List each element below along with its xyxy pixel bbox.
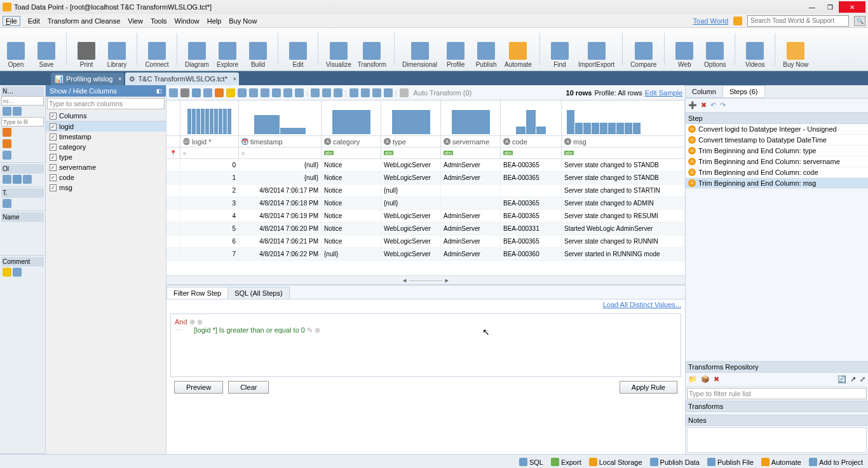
grid-icon[interactable] <box>3 199 11 208</box>
table-row[interactable]: 0{null}NoticeWebLogicServerAdminServerBE… <box>166 159 685 172</box>
ribbon-connect[interactable]: Connect <box>142 31 172 68</box>
col-item[interactable]: ✓servername <box>46 162 166 172</box>
filter-pin[interactable]: 📍 <box>166 148 180 158</box>
object-header[interactable]: Ol <box>1 164 44 174</box>
preview-button[interactable]: Preview <box>174 381 223 394</box>
db-selector[interactable] <box>1 96 44 106</box>
minimize-button[interactable]: — <box>803 1 821 13</box>
apply-rule-button[interactable]: Apply Rule <box>620 381 677 394</box>
table-row[interactable]: 24/8/2014 7:06:17 PMNotice{null}Server s… <box>166 184 685 197</box>
load-distinct-link[interactable]: Load All Distinct Values... <box>603 301 681 308</box>
bt-automate[interactable]: Automate <box>761 458 801 466</box>
tab-close-icon[interactable]: × <box>118 76 121 82</box>
col-item[interactable]: ✓category <box>46 142 166 152</box>
check-icon[interactable]: ✓ <box>50 134 57 141</box>
menu-transform[interactable]: Transform and Cleanse <box>48 17 121 25</box>
step-row[interactable]: ⊙Convert logid to Datatype Integer - Uns… <box>686 124 868 135</box>
undo-icon[interactable]: ↶ <box>710 101 716 109</box>
tab-sql[interactable]: SQL (All Steps) <box>227 287 289 299</box>
tool-icon[interactable] <box>203 88 212 97</box>
filter-cell[interactable]: abc <box>501 148 562 158</box>
repo-icon[interactable]: 📦 <box>701 375 710 383</box>
table-row[interactable]: 74/8/2014 7:06:22 PM{null}WebLogicServer… <box>166 248 685 261</box>
tree-icon[interactable] <box>3 128 11 137</box>
ribbon-profile[interactable]: Profile <box>441 31 470 68</box>
tree-icon[interactable] <box>3 139 11 148</box>
check-icon[interactable]: ✓ <box>50 144 57 151</box>
table-row[interactable]: 44/8/2014 7:06:19 PMNoticeWebLogicServer… <box>166 210 685 223</box>
export-icon[interactable]: ↗ <box>850 375 856 383</box>
filter-cell[interactable]: abc <box>381 148 441 158</box>
obj-icon[interactable] <box>3 175 11 184</box>
bt-sql[interactable]: SQL <box>519 458 543 466</box>
columns-header-row[interactable]: ✓Columns <box>46 111 166 121</box>
ribbon-library[interactable]: Library <box>102 31 132 68</box>
rule-filter-input[interactable]: Type to filter rule list <box>687 388 867 399</box>
check-icon[interactable]: ✓ <box>50 174 57 181</box>
ribbon-dimensional[interactable]: Dimensional <box>400 31 440 68</box>
ribbon-web[interactable]: Web <box>670 31 699 68</box>
check-icon[interactable]: ✓ <box>50 123 57 130</box>
close-button[interactable]: ✕ <box>839 1 865 13</box>
tab-column[interactable]: Column <box>685 85 723 98</box>
obj-icon[interactable] <box>23 175 32 184</box>
tool-icon[interactable] <box>334 88 342 97</box>
edit-icon[interactable]: ✎ <box>307 326 313 334</box>
redo-icon[interactable]: ↷ <box>720 101 726 109</box>
ribbon-explore[interactable]: Explore <box>213 31 242 68</box>
nav-icon[interactable] <box>3 107 11 116</box>
tool-icon[interactable] <box>322 88 331 97</box>
tool-icon[interactable] <box>238 88 247 97</box>
delete-icon[interactable]: ⊗ <box>315 326 320 334</box>
tab-profiling[interactable]: 📊 Profiling wlslog × <box>51 72 124 85</box>
comment-icon[interactable] <box>13 268 22 277</box>
ribbon-buynow2[interactable]: Buy Now <box>780 31 811 68</box>
columns-search[interactable]: Type to search columns <box>47 98 165 109</box>
tool-icon[interactable] <box>361 88 370 97</box>
col-item[interactable]: ✓type <box>46 152 166 162</box>
tool-icon[interactable] <box>349 88 358 97</box>
check-icon[interactable]: ✓ <box>50 164 57 171</box>
menu-edit[interactable]: Edit <box>28 17 40 25</box>
menu-window[interactable]: Window <box>175 17 200 25</box>
sigma-icon[interactable] <box>180 88 189 97</box>
bt-localstorage[interactable]: Local Storage <box>589 458 642 466</box>
ribbon-edit[interactable]: Edit <box>283 31 313 68</box>
ribbon-visualize[interactable]: Visualize <box>323 31 354 68</box>
bt-export[interactable]: Export <box>551 458 581 466</box>
menu-view[interactable]: View <box>128 17 143 25</box>
step-row[interactable]: ⊙Convert timestamp to Datatype DateTime <box>686 135 868 146</box>
search-input[interactable] <box>750 17 846 24</box>
tool-icon[interactable] <box>384 88 393 97</box>
col-item[interactable]: ✓msg <box>46 182 166 193</box>
tool-icon[interactable] <box>215 88 224 97</box>
tree-icon[interactable] <box>3 151 11 160</box>
tool-icon[interactable] <box>169 88 178 97</box>
edit-sample-link[interactable]: Edit Sample <box>645 89 682 97</box>
tab-close-icon[interactable]: × <box>233 76 236 82</box>
tool-icon[interactable] <box>372 88 381 97</box>
refresh-icon[interactable]: 🔄 <box>837 375 846 383</box>
ribbon-videos[interactable]: Videos <box>740 31 770 68</box>
filter-expression-box[interactable]: And ⊕ ⊕ ⋯ [logid *] Is greater than or e… <box>170 313 681 377</box>
ribbon-options[interactable]: Options <box>700 31 729 68</box>
tool-icon[interactable] <box>295 88 304 97</box>
bt-addproject[interactable]: Add to Project <box>809 458 863 466</box>
ribbon-build[interactable]: Build <box>243 31 273 68</box>
maximize-button[interactable]: ❐ <box>821 1 839 13</box>
step-row[interactable]: ⊙Trim Beginning and End Column: type <box>686 146 868 156</box>
step-row[interactable]: ⊙Trim Beginning and End Column: msg <box>686 178 868 189</box>
ribbon-print[interactable]: Print <box>72 31 101 68</box>
col-item[interactable]: ✓code <box>46 172 166 182</box>
filter-cell[interactable]: abc <box>441 148 501 158</box>
tab-steps[interactable]: Steps (6) <box>722 85 765 98</box>
and-operator[interactable]: And <box>175 318 187 326</box>
menu-help[interactable]: Help <box>207 17 222 25</box>
filter-cell[interactable]: abc <box>562 148 685 158</box>
t-header[interactable]: T. <box>1 188 44 198</box>
table-row[interactable]: 54/8/2014 7:06:20 PMNoticeWebLogicServer… <box>166 223 685 235</box>
tab-filter-row[interactable]: Filter Row Step <box>166 287 228 299</box>
delete-step-icon[interactable]: ✖ <box>701 101 707 109</box>
notes-area[interactable] <box>687 427 867 453</box>
tool-icon[interactable] <box>226 88 235 97</box>
